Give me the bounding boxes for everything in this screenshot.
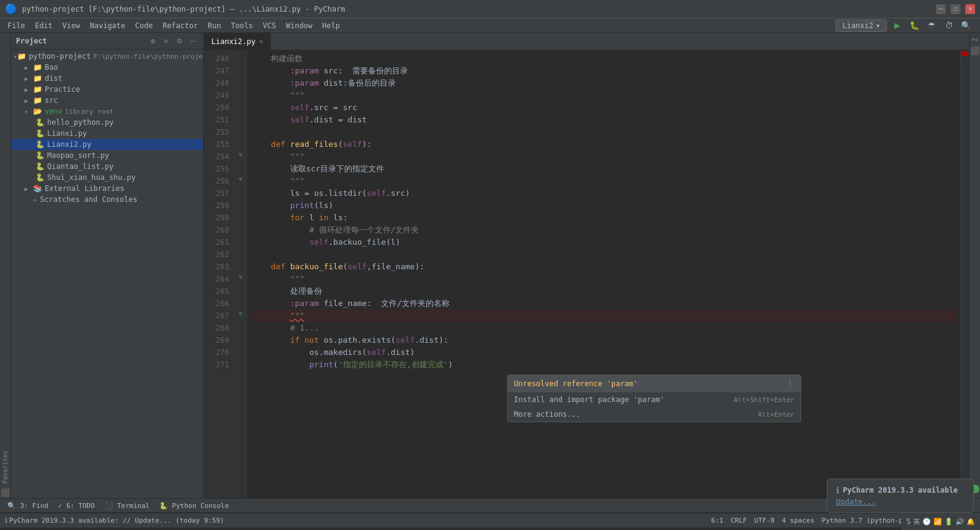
right-tool-panel: 2 [969,33,980,498]
menu-navigate[interactable]: Navigate [85,20,130,31]
keyboard-layout: 英 [913,517,920,526]
favorites-right-tab[interactable]: 2 [970,35,979,44]
tree-item-practice[interactable]: ▶ 📁 Practice [11,84,203,95]
menu-vcs[interactable]: VCS [258,20,281,31]
code-line-254: """ [252,151,956,163]
line-numbers: 246 247 248 249 250 251 252 253 254 255 … [204,50,235,498]
search-everywhere-button[interactable]: 🔍 [959,19,973,32]
close-button[interactable]: ✕ [965,4,975,14]
code-line-246: 构建函数 [252,53,956,65]
menu-help[interactable]: Help [317,20,345,31]
statusbar-left: ℹ PyCharm 2019.3.3 available: // Update.… [5,517,224,524]
code-line-259: for l in ls: [252,212,956,224]
menu-file[interactable]: File [2,20,30,31]
file-tree: ▾ 📁 python-project F:\python-file\python… [11,50,203,498]
status-available[interactable]: ℹ PyCharm 2019.3.3 available: // Update.… [5,517,224,524]
tree-item-lianxi[interactable]: 🐍 Lianxi.py [11,128,203,139]
code-line-267: """ [252,310,956,322]
code-line-271: print('指定的目录不存在,创建完成') [252,359,956,371]
coverage-button[interactable]: ☂ [925,19,938,32]
code-line-250: self.src = src [252,102,956,114]
encoding[interactable]: UTF-8 [754,517,774,524]
code-line-265: 处理备份 [252,285,956,297]
indent-settings[interactable]: 4 spaces [782,517,815,524]
minimize-sidebar-button[interactable]: ─ [187,35,198,47]
editor-tabs: Lianxi2.py ✕ [204,33,969,50]
locate-file-button[interactable]: ⊕ [147,35,158,47]
menu-code[interactable]: Code [130,20,158,31]
statusbar: ℹ PyCharm 2019.3.3 available: // Update.… [0,513,980,528]
notification-link[interactable]: Update... [836,498,965,506]
settings-button[interactable]: ⚙ [174,35,185,47]
tree-item-hello[interactable]: 🐍 hello_python.py [11,117,203,128]
maximize-button[interactable]: □ [951,4,960,14]
tab-close-button[interactable]: ✕ [259,38,263,45]
gutter-markers: ▼ ▼ ▼ ▼ [235,50,247,498]
tree-item-external[interactable]: ▶ 📚 External Libraries [11,183,203,194]
favorites-tab[interactable]: Favorites [1,447,10,487]
volume-icon: 🔊 [956,518,964,526]
minimize-button[interactable]: ─ [936,4,946,14]
error-stripe[interactable] [962,54,968,56]
debug-button[interactable]: 🐛 [908,19,921,32]
tab-lianxi2[interactable]: Lianxi2.py ✕ [204,33,271,50]
menu-view[interactable]: View [58,20,85,31]
tree-item-root[interactable]: ▾ 📁 python-project F:\python-file\python… [11,51,203,62]
window-controls: ─ □ ✕ [936,4,975,14]
tree-item-src[interactable]: ▶ 📁 src [11,95,203,106]
right-panel-toggle[interactable] [971,47,979,55]
code-line-257: ls = os.listdir(self.src) [252,187,956,200]
titlebar-text: python-project [F:\python-file\python-pr… [22,5,345,13]
quickfix-action-0[interactable]: Install and import package 'param' Alt+S… [508,392,801,407]
menu-edit[interactable]: Edit [30,20,58,31]
code-line-258: print(ls) [252,200,956,212]
tree-item-scratches[interactable]: ▶ ✏️ Scratches and Consoles [11,194,203,205]
tab-python-console[interactable]: 🐍 Python Console [154,501,233,511]
run-config-arrow: ▾ [876,21,880,30]
tree-item-bao[interactable]: ▶ 📁 Bao [11,62,203,73]
find-icon: 🔍 [7,502,16,510]
cursor-position[interactable]: 6:1 [711,517,723,524]
code-editor[interactable]: 246 247 248 249 250 251 252 253 254 255 … [204,50,969,498]
profile-button[interactable]: ⏱ [942,19,956,32]
quickfix-action-1[interactable]: More actions... Alt+Enter [508,407,801,422]
quickfix-menu-button[interactable]: ⋮ [786,379,794,389]
tab-terminal[interactable]: ⬛ Terminal [100,501,155,511]
run-button[interactable]: ▶ [891,19,904,32]
console-icon: 🐍 [159,502,168,510]
tree-item-qiantao[interactable]: 🐍 Qiantao_list.py [11,161,203,172]
menu-run[interactable]: Run [203,20,226,31]
battery-icon: 🔋 [944,518,953,526]
tree-item-dist[interactable]: ▶ 📁 dist [11,73,203,84]
code-line-255: 读取scr目录下的指定文件 [252,163,956,175]
notification-header: ℹ PyCharm 2019.3.3 available [836,485,965,495]
marker-bar [960,50,969,498]
tab-todo[interactable]: ✓ 6: TODO [53,501,100,511]
project-sidebar: Project ⊕ ≡ ⚙ ─ ▾ 📁 python-project F:\py… [11,33,204,498]
sidebar-toolbar: ⊕ ≡ ⚙ ─ [147,35,198,47]
menubar: File Edit View Navigate Code Refactor Ru… [0,18,980,33]
code-line-248: :param dist:备份后的目录 [252,77,956,89]
tree-item-maopao[interactable]: 🐍 Maopao_sort.py [11,150,203,161]
menu-refactor[interactable]: Refactor [157,20,203,31]
code-line-256: """ [252,175,956,187]
code-line-260: # 循环处理每一个文件/文件夹 [252,224,956,236]
tree-item-lianxi2[interactable]: 🐍 Lianxi2.py [11,139,203,150]
sidebar-toggle[interactable] [1,488,10,497]
tree-item-shui[interactable]: 🐍 Shui_xian_hua_shu.py [11,172,203,183]
run-config-selector[interactable]: Lianxi2 ▾ [835,20,887,32]
collapse-all-button[interactable]: ≡ [160,35,172,47]
code-line-253: def read_files(self): [252,138,956,151]
tab-find[interactable]: 🔍 3: Find [2,501,53,511]
code-content[interactable]: 构建函数 :param src: 需要备份的目录 :param dist:备份后… [247,50,960,498]
menu-tools[interactable]: Tools [226,20,258,31]
todo-icon: ✓ [58,502,62,510]
quickfix-shortcut-0: Alt+Shift+Enter [734,396,794,404]
notification-title: PyCharm 2019.3.3 available [843,486,958,495]
tab-label: Lianxi2.py [211,37,255,46]
code-line-269: if not os.path.exists(self.dist): [252,334,956,346]
titlebar: 🔵 python-project [F:\python-file\python-… [0,0,980,18]
line-ending[interactable]: CRLF [731,517,747,524]
tree-item-venv[interactable]: ▾ 📂 venv library root [11,106,203,117]
menu-window[interactable]: Window [281,20,317,31]
